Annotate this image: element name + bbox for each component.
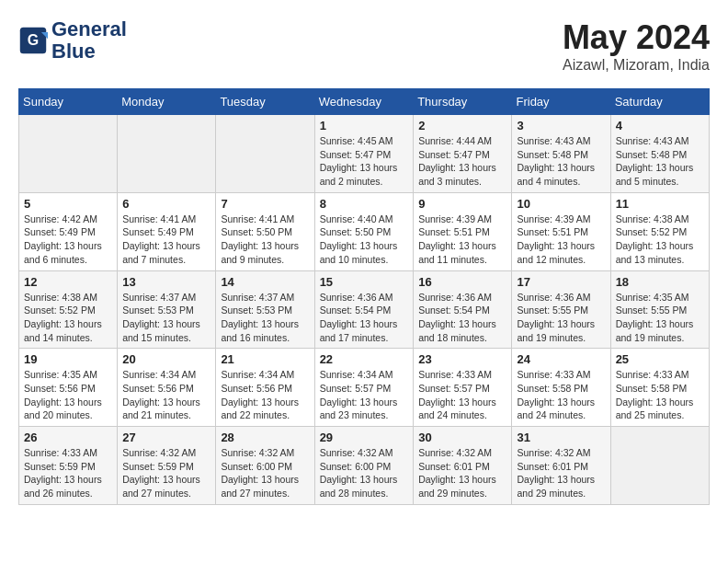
- day-number: 29: [320, 431, 409, 444]
- day-number: 1: [320, 119, 409, 132]
- day-info: Sunrise: 4:41 AMSunset: 5:50 PMDaylight:…: [221, 213, 309, 267]
- weekday-header-thursday: Thursday: [414, 89, 512, 115]
- calendar-cell: 6Sunrise: 4:41 AMSunset: 5:49 PMDaylight…: [118, 192, 216, 270]
- day-info: Sunrise: 4:36 AMSunset: 5:55 PMDaylight:…: [517, 291, 605, 345]
- day-number: 25: [616, 352, 704, 366]
- day-info: Sunrise: 4:41 AMSunset: 5:49 PMDaylight:…: [122, 213, 210, 267]
- weekday-header-monday: Monday: [118, 89, 216, 115]
- weekday-header-tuesday: Tuesday: [216, 89, 314, 115]
- week-row-2: 5Sunrise: 4:42 AMSunset: 5:49 PMDaylight…: [19, 192, 710, 270]
- calendar-cell: [216, 115, 314, 193]
- calendar-cell: 22Sunrise: 4:34 AMSunset: 5:57 PMDayligh…: [314, 349, 414, 427]
- day-number: 22: [320, 352, 409, 366]
- page-header: G General Blue May 2024 Aizawl, Mizoram,…: [18, 18, 710, 74]
- calendar-cell: 5Sunrise: 4:42 AMSunset: 5:49 PMDaylight…: [19, 192, 118, 270]
- day-number: 4: [616, 119, 704, 132]
- day-info: Sunrise: 4:40 AMSunset: 5:50 PMDaylight:…: [320, 213, 409, 267]
- day-info: Sunrise: 4:44 AMSunset: 5:47 PMDaylight:…: [418, 134, 506, 189]
- week-row-4: 19Sunrise: 4:35 AMSunset: 5:56 PMDayligh…: [19, 349, 710, 427]
- calendar-cell: 25Sunrise: 4:33 AMSunset: 5:58 PMDayligh…: [610, 349, 709, 427]
- logo-text: General Blue: [51, 18, 127, 63]
- calendar-cell: 7Sunrise: 4:41 AMSunset: 5:50 PMDaylight…: [216, 192, 314, 270]
- location-title: Aizawl, Mizoram, India: [563, 57, 710, 74]
- calendar-cell: 19Sunrise: 4:35 AMSunset: 5:56 PMDayligh…: [19, 349, 118, 427]
- weekday-header-friday: Friday: [512, 89, 610, 115]
- weekday-header-row: SundayMondayTuesdayWednesdayThursdayFrid…: [19, 89, 710, 115]
- logo: G General Blue: [18, 18, 127, 63]
- day-number: 5: [24, 197, 112, 211]
- day-info: Sunrise: 4:45 AMSunset: 5:47 PMDaylight:…: [320, 134, 409, 189]
- logo-line2: Blue: [51, 40, 127, 63]
- title-block: May 2024 Aizawl, Mizoram, India: [563, 18, 710, 74]
- week-row-5: 26Sunrise: 4:33 AMSunset: 5:59 PMDayligh…: [19, 427, 710, 505]
- weekday-header-saturday: Saturday: [610, 89, 709, 115]
- calendar-cell: [19, 115, 118, 193]
- day-number: 9: [418, 197, 506, 211]
- day-number: 30: [418, 431, 506, 444]
- calendar-cell: 11Sunrise: 4:38 AMSunset: 5:52 PMDayligh…: [610, 192, 709, 270]
- day-info: Sunrise: 4:38 AMSunset: 5:52 PMDaylight:…: [616, 213, 704, 267]
- logo-line1: General: [51, 18, 127, 40]
- day-info: Sunrise: 4:34 AMSunset: 5:57 PMDaylight:…: [320, 368, 409, 422]
- day-info: Sunrise: 4:37 AMSunset: 5:53 PMDaylight:…: [221, 291, 309, 345]
- day-number: 8: [320, 197, 409, 211]
- day-number: 14: [221, 275, 309, 289]
- calendar-cell: 12Sunrise: 4:38 AMSunset: 5:52 PMDayligh…: [19, 270, 118, 349]
- day-info: Sunrise: 4:34 AMSunset: 5:56 PMDaylight:…: [221, 368, 309, 422]
- day-number: 26: [24, 431, 112, 444]
- calendar-cell: 16Sunrise: 4:36 AMSunset: 5:54 PMDayligh…: [414, 270, 512, 349]
- month-title: May 2024: [563, 18, 710, 57]
- day-info: Sunrise: 4:35 AMSunset: 5:55 PMDaylight:…: [616, 291, 704, 345]
- day-number: 24: [517, 352, 605, 366]
- day-number: 20: [122, 352, 210, 366]
- day-info: Sunrise: 4:32 AMSunset: 6:00 PMDaylight:…: [320, 446, 409, 500]
- calendar-cell: 23Sunrise: 4:33 AMSunset: 5:57 PMDayligh…: [414, 349, 512, 427]
- calendar-cell: 13Sunrise: 4:37 AMSunset: 5:53 PMDayligh…: [118, 270, 216, 349]
- day-info: Sunrise: 4:38 AMSunset: 5:52 PMDaylight:…: [24, 291, 112, 345]
- calendar-cell: 2Sunrise: 4:44 AMSunset: 5:47 PMDaylight…: [414, 115, 512, 193]
- day-info: Sunrise: 4:42 AMSunset: 5:49 PMDaylight:…: [24, 213, 112, 267]
- calendar-cell: 4Sunrise: 4:43 AMSunset: 5:48 PMDaylight…: [610, 115, 709, 193]
- calendar-cell: 26Sunrise: 4:33 AMSunset: 5:59 PMDayligh…: [19, 427, 118, 505]
- calendar-cell: 8Sunrise: 4:40 AMSunset: 5:50 PMDaylight…: [314, 192, 414, 270]
- week-row-3: 12Sunrise: 4:38 AMSunset: 5:52 PMDayligh…: [19, 270, 710, 349]
- day-info: Sunrise: 4:39 AMSunset: 5:51 PMDaylight:…: [517, 213, 605, 267]
- day-number: 23: [418, 352, 506, 366]
- day-number: 21: [221, 352, 309, 366]
- day-number: 18: [616, 275, 704, 289]
- day-info: Sunrise: 4:32 AMSunset: 5:59 PMDaylight:…: [122, 446, 210, 500]
- day-number: 17: [517, 275, 605, 289]
- day-info: Sunrise: 4:34 AMSunset: 5:56 PMDaylight:…: [122, 368, 210, 422]
- day-info: Sunrise: 4:37 AMSunset: 5:53 PMDaylight:…: [122, 291, 210, 345]
- day-info: Sunrise: 4:32 AMSunset: 6:00 PMDaylight:…: [221, 446, 309, 500]
- calendar-cell: 9Sunrise: 4:39 AMSunset: 5:51 PMDaylight…: [414, 192, 512, 270]
- calendar-cell: 15Sunrise: 4:36 AMSunset: 5:54 PMDayligh…: [314, 270, 414, 349]
- day-number: 31: [517, 431, 605, 444]
- day-number: 28: [221, 431, 309, 444]
- day-info: Sunrise: 4:43 AMSunset: 5:48 PMDaylight:…: [517, 134, 605, 189]
- day-number: 12: [24, 275, 112, 289]
- day-info: Sunrise: 4:33 AMSunset: 5:57 PMDaylight:…: [418, 368, 506, 422]
- calendar-cell: 1Sunrise: 4:45 AMSunset: 5:47 PMDaylight…: [314, 115, 414, 193]
- calendar-cell: 10Sunrise: 4:39 AMSunset: 5:51 PMDayligh…: [512, 192, 610, 270]
- day-info: Sunrise: 4:33 AMSunset: 5:58 PMDaylight:…: [616, 368, 704, 422]
- day-number: 16: [418, 275, 506, 289]
- day-info: Sunrise: 4:35 AMSunset: 5:56 PMDaylight:…: [24, 368, 112, 422]
- calendar-cell: 14Sunrise: 4:37 AMSunset: 5:53 PMDayligh…: [216, 270, 314, 349]
- calendar-cell: 29Sunrise: 4:32 AMSunset: 6:00 PMDayligh…: [314, 427, 414, 505]
- calendar-cell: 28Sunrise: 4:32 AMSunset: 6:00 PMDayligh…: [216, 427, 314, 505]
- day-number: 11: [616, 197, 704, 211]
- day-number: 10: [517, 197, 605, 211]
- calendar-table: SundayMondayTuesdayWednesdayThursdayFrid…: [18, 88, 710, 505]
- calendar-cell: 18Sunrise: 4:35 AMSunset: 5:55 PMDayligh…: [610, 270, 709, 349]
- calendar-cell: 21Sunrise: 4:34 AMSunset: 5:56 PMDayligh…: [216, 349, 314, 427]
- calendar-cell: 30Sunrise: 4:32 AMSunset: 6:01 PMDayligh…: [414, 427, 512, 505]
- logo-icon: G: [18, 26, 48, 55]
- day-info: Sunrise: 4:32 AMSunset: 6:01 PMDaylight:…: [418, 446, 506, 500]
- day-number: 13: [122, 275, 210, 289]
- day-info: Sunrise: 4:33 AMSunset: 5:58 PMDaylight:…: [517, 368, 605, 422]
- calendar-cell: [118, 115, 216, 193]
- day-number: 15: [320, 275, 409, 289]
- calendar-cell: 31Sunrise: 4:32 AMSunset: 6:01 PMDayligh…: [512, 427, 610, 505]
- day-number: 7: [221, 197, 309, 211]
